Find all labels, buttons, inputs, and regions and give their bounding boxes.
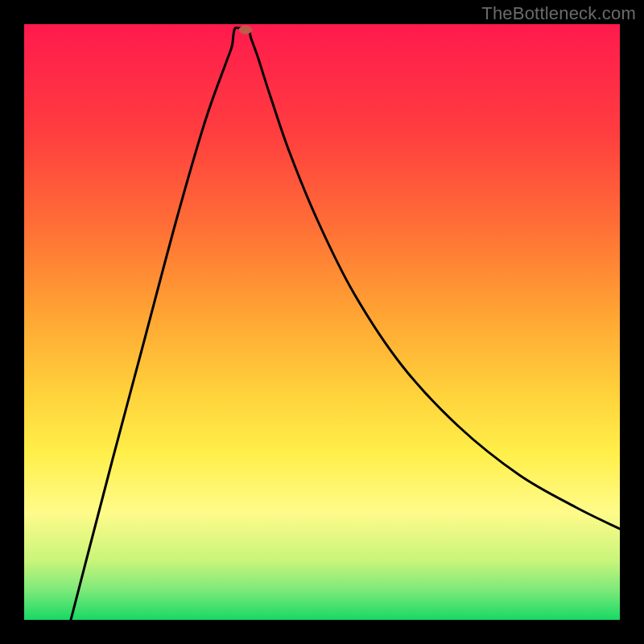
- gradient-plot-area: [24, 24, 620, 620]
- min-marker: [239, 26, 252, 34]
- bottleneck-curve: [71, 27, 620, 620]
- curve-layer: [24, 24, 620, 620]
- chart-stage: TheBottleneck.com: [0, 0, 644, 644]
- watermark-text: TheBottleneck.com: [481, 3, 636, 24]
